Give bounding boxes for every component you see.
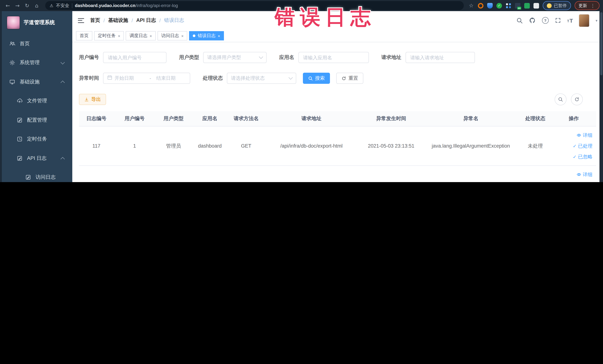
user-id-field[interactable]	[107, 54, 162, 61]
user-avatar[interactable]	[579, 14, 589, 26]
avatar-caret-icon[interactable]: ▾	[596, 18, 597, 23]
extension-shield-icon[interactable]	[487, 3, 493, 8]
error-log-table: 日志编号 用户编号 用户类型 应用名 请求方法名 请求地址 异常发生时间 异常名…	[79, 111, 596, 182]
app-name-field[interactable]	[302, 54, 365, 61]
export-button[interactable]: 导出	[79, 94, 106, 105]
app-name-label: 应用名	[279, 54, 294, 61]
sidebar-item-system-management[interactable]: 系统管理	[2, 53, 72, 72]
breadcrumb-api-log[interactable]: API 日志	[136, 17, 156, 24]
breadcrumb-infrastructure[interactable]: 基础设施	[108, 17, 128, 24]
breadcrumb-home[interactable]: 首页	[90, 17, 100, 24]
exception-time-range-picker[interactable]: 开始日期 - 结束日期	[103, 73, 190, 84]
tab-label: 调度日志	[129, 33, 147, 39]
tab-home[interactable]: 首页	[76, 31, 92, 40]
help-icon[interactable]: ?	[542, 17, 549, 24]
browser-menu-dots-icon[interactable]: ⋮	[590, 3, 595, 8]
error-log-annotation-overlay: 错误日志	[275, 4, 376, 31]
search-button[interactable]: 搜索	[303, 73, 330, 84]
mark-processed-link[interactable]: ✓已处理	[573, 143, 592, 149]
mark-processed-link[interactable]: ✓已处理	[573, 182, 592, 182]
sidebar-item-label: 配置管理	[27, 117, 47, 124]
cell-exception-time: 2021-05-03 23:13:51	[359, 143, 424, 149]
close-icon[interactable]: ×	[181, 34, 184, 38]
extension-grid-icon[interactable]	[506, 3, 511, 8]
active-dot-icon	[193, 35, 196, 37]
sidebar-item-infrastructure[interactable]: 基础设施	[2, 72, 72, 91]
extension-check-icon[interactable]: ✓	[496, 3, 502, 8]
sidebar-item-api-log[interactable]: API 日志	[2, 149, 72, 168]
header-user-id: 用户编号	[114, 115, 155, 122]
search-icon	[558, 97, 563, 102]
sidebar-item-label: API 日志	[27, 155, 46, 162]
cloud-upload-icon	[16, 98, 23, 104]
tab-access-log[interactable]: 访问日志 ×	[158, 31, 187, 40]
paused-chip[interactable]: 已暂停	[543, 1, 571, 10]
close-icon[interactable]: ×	[150, 34, 152, 38]
eye-icon	[577, 172, 581, 177]
scrollbar-thumb[interactable]	[600, 12, 602, 75]
breadcrumb-separator: /	[159, 18, 161, 23]
request-url-field[interactable]	[409, 54, 471, 61]
fullscreen-icon[interactable]	[555, 17, 561, 23]
cell-user-id: 1	[114, 143, 155, 149]
user-type-select[interactable]: 请选择用户类型	[203, 52, 267, 63]
process-status-label: 处理状态	[203, 75, 223, 82]
chevron-up-icon	[61, 157, 65, 161]
breadcrumb-error-log: 错误日志	[164, 17, 184, 24]
font-size-icon[interactable]: TT	[567, 18, 573, 23]
sidebar-item-label: 首页	[20, 40, 30, 47]
edit-square-icon	[16, 155, 23, 162]
sidebar-item-label: 文件管理	[27, 98, 47, 104]
search-icon[interactable]	[516, 17, 523, 23]
reset-button[interactable]: 重置	[336, 73, 363, 84]
browser-home-icon[interactable]: ⌂	[33, 3, 41, 9]
detail-link[interactable]: 详细	[577, 132, 592, 139]
scrollbar[interactable]	[599, 11, 603, 182]
extensions-puzzle-icon[interactable]	[533, 3, 539, 8]
sidebar-item-scheduled-tasks[interactable]: 定时任务	[2, 130, 72, 149]
forward-icon[interactable]: →	[13, 3, 22, 9]
refresh-button[interactable]	[571, 94, 583, 105]
sidebar-item-access-log[interactable]: 访问日志	[2, 168, 72, 182]
monitor-icon	[9, 79, 15, 85]
tab-bar: 首页 定时任务 × 调度日志 × 访问日志 × 错误日志 ×	[72, 30, 603, 42]
close-icon[interactable]: ×	[118, 34, 120, 38]
table-row: 116 1 管理员 dashboard GET /api/infra/db-do…	[79, 166, 596, 182]
cell-status: 未处理	[518, 182, 553, 182]
update-button[interactable]: 更新 ⋮	[574, 1, 599, 10]
sidebar-item-home[interactable]: 首页	[2, 34, 72, 53]
reload-icon[interactable]: ↻	[23, 3, 31, 9]
tab-scheduled-tasks[interactable]: 定时任务 ×	[94, 31, 124, 40]
bookmark-star-icon[interactable]: ☆	[468, 3, 474, 9]
url-path: /infra/log/api-error-log	[136, 3, 178, 8]
tab-error-log[interactable]: 错误日志 ×	[189, 31, 224, 40]
extension-leaf-icon[interactable]	[524, 3, 530, 8]
extension-orange-icon[interactable]	[478, 3, 483, 8]
hamburger-menu-icon[interactable]	[78, 18, 84, 23]
github-icon[interactable]	[529, 17, 536, 24]
chevron-down-icon	[259, 55, 263, 59]
cell-actions: 详细 ✓已处理 ✓已忽略	[553, 171, 596, 182]
tab-schedule-log[interactable]: 调度日志 ×	[126, 31, 156, 40]
address-bar[interactable]: ⚠ 不安全 dashboard.yudao.iocoder.cn/infra/l…	[45, 1, 464, 10]
tab-label: 定时任务	[98, 33, 116, 39]
toggle-search-button[interactable]	[555, 94, 566, 105]
check-icon: ✓	[573, 144, 577, 148]
refresh-icon	[341, 76, 346, 81]
app-name-input[interactable]	[298, 52, 369, 63]
app-logo-row[interactable]: 芋道管理系统	[2, 11, 72, 34]
mark-ignored-link[interactable]: ✓已忽略	[573, 153, 592, 160]
user-id-input[interactable]	[103, 52, 166, 63]
tab-label: 错误日志	[198, 33, 216, 39]
header-request-url: 请求地址	[264, 115, 359, 122]
extension-on-badge-icon[interactable]: on	[515, 3, 521, 8]
sidebar-item-config-management[interactable]: 配置管理	[2, 110, 72, 130]
sidebar-item-file-management[interactable]: 文件管理	[2, 91, 72, 110]
cell-status: 未处理	[518, 143, 553, 149]
back-icon[interactable]: ←	[4, 3, 12, 9]
request-url-input[interactable]	[406, 52, 475, 63]
close-icon[interactable]: ×	[218, 34, 220, 38]
process-status-select[interactable]: 请选择处理状态	[227, 73, 296, 84]
cell-actions: 详细 ✓已处理 ✓已忽略	[553, 132, 596, 160]
detail-link[interactable]: 详细	[577, 171, 592, 178]
